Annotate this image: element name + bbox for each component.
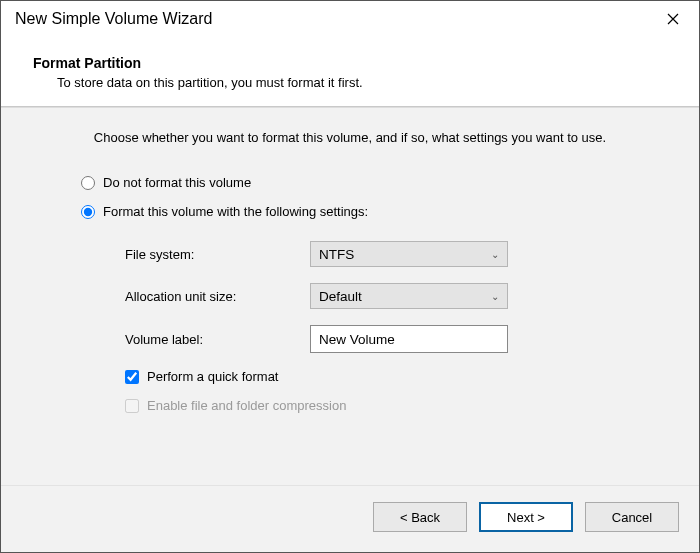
allocation-select[interactable]: Default ⌄ [310, 283, 508, 309]
titlebar: New Simple Volume Wizard [1, 1, 699, 37]
page-subtitle: To store data on this partition, you mus… [33, 75, 667, 90]
radio-do-not-format-input[interactable] [81, 176, 95, 190]
allocation-label: Allocation unit size: [125, 289, 310, 304]
format-settings: File system: NTFS ⌄ Allocation unit size… [125, 241, 667, 369]
radio-do-not-format-label: Do not format this volume [103, 175, 251, 190]
radio-format-with-settings-label: Format this volume with the following se… [103, 204, 368, 219]
compression-input [125, 399, 139, 413]
quick-format-check[interactable]: Perform a quick format [125, 369, 667, 384]
wizard-footer: < Back Next > Cancel [1, 485, 699, 552]
chevron-down-icon: ⌄ [491, 249, 499, 260]
close-icon [667, 13, 679, 25]
quick-format-label: Perform a quick format [147, 369, 279, 384]
volume-label-input[interactable] [310, 325, 508, 353]
allocation-row: Allocation unit size: Default ⌄ [125, 283, 667, 309]
radio-do-not-format[interactable]: Do not format this volume [81, 175, 667, 190]
back-button[interactable]: < Back [373, 502, 467, 532]
cancel-button[interactable]: Cancel [585, 502, 679, 532]
page-title: Format Partition [33, 55, 667, 71]
chevron-down-icon: ⌄ [491, 291, 499, 302]
file-system-label: File system: [125, 247, 310, 262]
file-system-select[interactable]: NTFS ⌄ [310, 241, 508, 267]
volume-label-label: Volume label: [125, 332, 310, 347]
wizard-body: Choose whether you want to format this v… [1, 107, 699, 485]
close-button[interactable] [657, 7, 689, 31]
file-system-value: NTFS [319, 247, 354, 262]
compression-label: Enable file and folder compression [147, 398, 346, 413]
radio-format-with-settings-input[interactable] [81, 205, 95, 219]
compression-check: Enable file and folder compression [125, 398, 667, 413]
body-spacer [33, 427, 667, 485]
wizard-header: Format Partition To store data on this p… [1, 37, 699, 106]
wizard-dialog: New Simple Volume Wizard Format Partitio… [0, 0, 700, 553]
intro-text: Choose whether you want to format this v… [33, 130, 667, 145]
allocation-value: Default [319, 289, 362, 304]
radio-format-with-settings[interactable]: Format this volume with the following se… [81, 204, 667, 219]
volume-label-row: Volume label: [125, 325, 667, 353]
next-button[interactable]: Next > [479, 502, 573, 532]
quick-format-input[interactable] [125, 370, 139, 384]
file-system-row: File system: NTFS ⌄ [125, 241, 667, 267]
window-title: New Simple Volume Wizard [15, 10, 212, 28]
